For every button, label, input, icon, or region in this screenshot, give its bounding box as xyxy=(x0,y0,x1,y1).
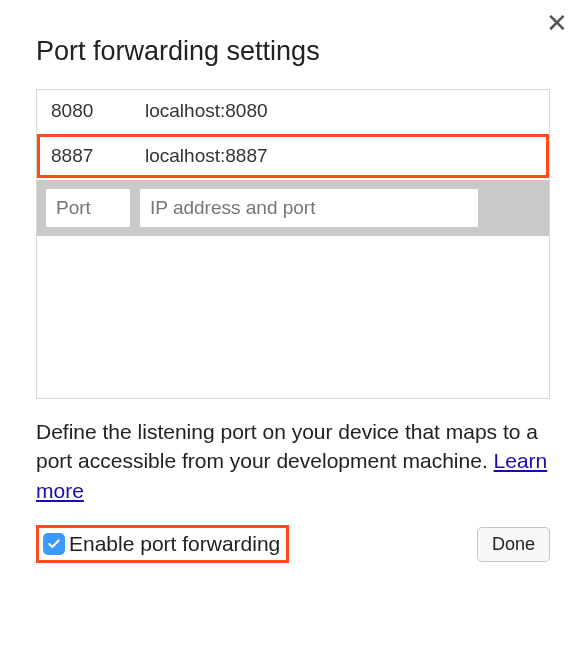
checkbox-icon xyxy=(43,533,65,555)
close-icon[interactable]: ✕ xyxy=(546,10,568,36)
port-input[interactable] xyxy=(45,188,131,228)
address-cell: localhost:8080 xyxy=(145,100,535,122)
dialog-footer: Enable port forwarding Done xyxy=(36,525,550,563)
enable-forwarding-checkbox[interactable]: Enable port forwarding xyxy=(36,525,289,563)
description-body: Define the listening port on your device… xyxy=(36,420,538,472)
address-input[interactable] xyxy=(139,188,479,228)
description-text: Define the listening port on your device… xyxy=(36,417,550,505)
port-mappings-list: 8080 localhost:8080 8887 localhost:8887 xyxy=(36,89,550,399)
dialog-title: Port forwarding settings xyxy=(36,36,550,67)
table-row[interactable]: 8080 localhost:8080 xyxy=(37,90,549,132)
port-cell: 8887 xyxy=(51,145,145,167)
address-cell: localhost:8887 xyxy=(145,145,535,167)
port-cell: 8080 xyxy=(51,100,145,122)
new-mapping-row xyxy=(37,180,549,236)
port-forwarding-dialog: ✕ Port forwarding settings 8080 localhos… xyxy=(0,0,586,656)
table-row[interactable]: 8887 localhost:8887 xyxy=(37,134,549,178)
done-button[interactable]: Done xyxy=(477,527,550,562)
checkbox-label: Enable port forwarding xyxy=(69,532,280,556)
